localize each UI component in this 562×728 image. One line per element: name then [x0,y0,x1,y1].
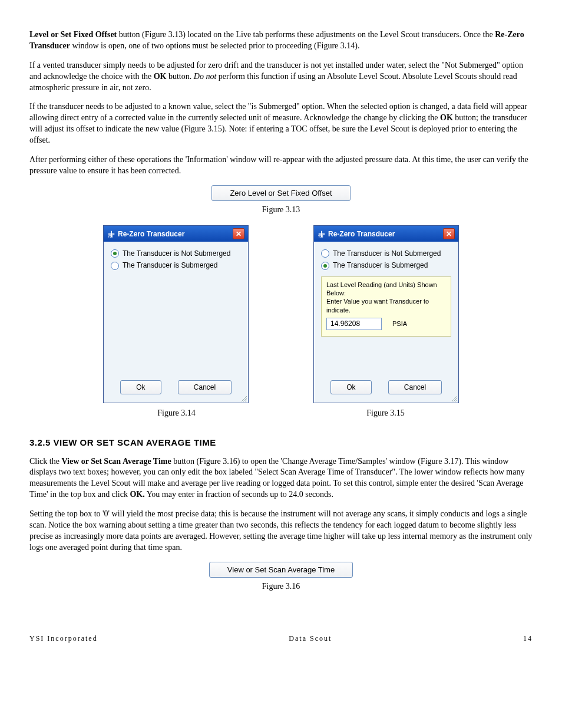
rezero-dialog-submerged: YSI Re-Zero Transducer ✕ The Transducer … [313,225,459,403]
paragraph-3: If the transducer needs to be adjusted t… [29,101,533,146]
figure-caption-313: Figure 3.13 [29,205,533,216]
ok-button[interactable]: Ok [330,380,372,394]
svg-text:YSI: YSI [318,235,323,238]
paragraph-5: Click the View or Set Scan Average Time … [29,456,533,501]
info-panel: Last Level Reading (and Units) Shown Bel… [321,276,451,337]
radio-not-submerged[interactable]: The Transducer is Not Submerged [321,249,451,258]
dialog-button-row: Ok Cancel [104,380,248,403]
cancel-button[interactable]: Cancel [178,380,232,394]
figure-caption-315: Figure 3.15 [313,408,458,419]
paragraph-4: After performing either of these operati… [29,154,533,177]
radio-label: The Transducer is Submerged [333,261,428,270]
figure-caption-314: Figure 3.14 [104,408,249,419]
footer-center: Data Scout [289,634,332,643]
dialog-titlebar[interactable]: YSI Re-Zero Transducer ✕ [314,226,458,242]
page-footer: YSI Incorporated Data Scout 14 [29,634,533,643]
radio-icon [321,249,329,258]
dialog-title: Re-Zero Transducer [118,229,184,239]
figure-caption-316: Figure 3.16 [29,581,533,592]
radio-label: The Transducer is Not Submerged [123,249,230,258]
radio-is-submerged[interactable]: The Transducer is Submerged [321,261,451,270]
dialog-titlebar[interactable]: YSI Re-Zero Transducer ✕ [104,226,248,242]
svg-text:YSI: YSI [108,235,113,238]
dialog-body: The Transducer is Not Submerged The Tran… [314,242,458,380]
resize-grip-icon[interactable] [240,394,247,401]
bold-text: View or Set Scan Average Time [61,457,171,466]
ok-button[interactable]: Ok [120,380,161,394]
text: button (Figure 3.13) located on the Live… [117,30,495,39]
close-button[interactable]: ✕ [443,228,455,239]
text: window is open, one of two options must … [70,41,359,50]
radio-icon [111,262,119,270]
rezero-dialog-not-submerged: YSI Re-Zero Transducer ✕ The Transducer … [103,225,249,403]
cancel-button[interactable]: Cancel [388,380,442,394]
units-label: PSIA [392,319,407,328]
radio-is-submerged[interactable]: The Transducer is Submerged [111,261,241,270]
radio-not-submerged[interactable]: The Transducer is Not Submerged [111,249,241,258]
info-line-2: Enter Value you want Transducer to indic… [326,297,446,314]
paragraph-1: Level or Set Fixed Offset button (Figure… [29,29,533,52]
text: You may enter in fraction of seconds up … [145,490,333,499]
scan-average-time-button[interactable]: View or Set Scan Average Time [209,562,353,578]
dialog-body: The Transducer is Not Submerged The Tran… [104,242,248,380]
footer-right: 14 [523,634,533,643]
radio-icon [321,262,329,270]
bold-text: OK [440,113,453,122]
bold-text: OK. [130,490,144,499]
paragraph-2: If a vented transducer simply needs to b… [29,60,533,94]
resize-grip-icon[interactable] [450,394,457,401]
footer-left: YSI Incorporated [29,634,98,643]
radio-label: The Transducer is Not Submerged [333,249,441,258]
text: Click the [29,457,61,466]
close-button[interactable]: ✕ [233,228,244,239]
zero-level-button[interactable]: Zero Level or Set Fixed Offset [211,185,350,202]
dialog-button-row: Ok Cancel [314,380,458,403]
paragraph-6: Setting the top box to '0' will yield th… [29,509,533,554]
radio-label: The Transducer is Submerged [123,261,217,270]
bold-text: OK [154,72,167,81]
value-input[interactable]: 14.96208 [326,318,382,331]
dialog-title: Re-Zero Transducer [328,229,395,239]
section-heading-325: 3.2.5 VIEW OR SET SCAN AVERAGE TIME [29,437,533,449]
radio-icon [111,249,119,258]
app-icon: YSI [107,230,115,238]
bold-text: Level or Set Fixed Offset [29,30,117,39]
info-line-1: Last Level Reading (and Units) Shown Bel… [326,281,446,298]
italic-text: Do not [194,72,217,81]
close-icon: ✕ [236,230,242,238]
text: button. [166,72,193,81]
app-icon: YSI [318,230,326,238]
close-icon: ✕ [446,230,452,238]
